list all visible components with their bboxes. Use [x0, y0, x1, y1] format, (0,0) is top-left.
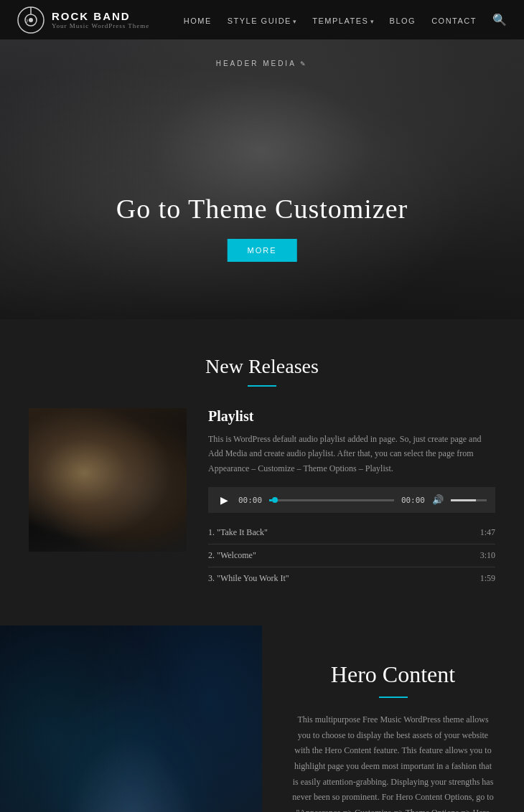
- new-releases-title: New Releases: [29, 355, 495, 378]
- releases-content: Playlist This is WordPress default audio…: [29, 408, 495, 590]
- hero-content-image: [0, 625, 262, 812]
- svg-text:♪: ♪: [25, 16, 29, 24]
- volume-icon[interactable]: 🔊: [432, 494, 444, 506]
- playlist-area: Playlist This is WordPress default audio…: [208, 408, 495, 590]
- hero-content-block: Go to Theme Customizer MORE: [116, 193, 408, 262]
- track-3[interactable]: 3. "While You Work It" 1:59: [208, 567, 495, 590]
- nav-item-blog[interactable]: BLOG: [390, 14, 416, 27]
- face-silhouette-image: [29, 408, 187, 552]
- brand-logo-area[interactable]: ♪ ROCK BAND Your Music WordPress Theme: [17, 6, 149, 34]
- hero-section: HEADER MEDIA Go to Theme Customizer MORE: [0, 39, 524, 319]
- playlist-description: This is WordPress default audio playlist…: [208, 432, 495, 476]
- play-button[interactable]: ▶: [217, 493, 231, 507]
- track-1-duration: 1:47: [480, 527, 495, 538]
- svg-point-2: [29, 18, 33, 22]
- navbar: ♪ ROCK BAND Your Music WordPress Theme H…: [0, 0, 524, 39]
- new-releases-section: New Releases Playlist This is WordPress …: [0, 319, 524, 625]
- progress-bar[interactable]: [269, 499, 394, 501]
- hero-content-text-area: Hero Content This multipurpose Free Musi…: [262, 625, 524, 812]
- playlist-title: Playlist: [208, 408, 495, 425]
- hero-overlay: [0, 39, 524, 319]
- nav-item-style-guide[interactable]: STYLE GUIDE: [228, 14, 297, 27]
- track-1[interactable]: 1. "Take It Back" 1:47: [208, 521, 495, 544]
- nav-links: HOME STYLE GUIDE TEMPLATES BLOG CONTACT …: [184, 13, 507, 27]
- brand-tagline: Your Music WordPress Theme: [52, 22, 149, 29]
- hero-content-divider: [379, 697, 408, 698]
- search-icon[interactable]: 🔍: [492, 14, 507, 26]
- hero-title: Go to Theme Customizer: [116, 193, 408, 225]
- track-1-name: 1. "Take It Back": [208, 527, 268, 538]
- audio-player: ▶ 00:00 00:00 🔊: [208, 487, 495, 513]
- time-start: 00:00: [238, 496, 262, 505]
- playlist-tracks: 1. "Take It Back" 1:47 2. "Welcome" 3:10…: [208, 521, 495, 590]
- hero-content-desc1: This multipurpose Free Music WordPress t…: [291, 712, 495, 812]
- nav-item-home[interactable]: HOME: [184, 14, 212, 27]
- brand-text: ROCK BAND Your Music WordPress Theme: [52, 10, 149, 29]
- new-releases-divider: [248, 385, 276, 387]
- volume-bar[interactable]: [451, 499, 487, 501]
- hero-content-title: Hero Content: [331, 661, 455, 688]
- hero-more-button[interactable]: MORE: [227, 239, 296, 262]
- brand-name: ROCK BAND: [52, 10, 149, 22]
- nav-item-contact[interactable]: CONTACT: [431, 14, 477, 27]
- nav-item-templates[interactable]: TEMPLATES: [312, 14, 373, 27]
- brand-logo-icon: ♪: [17, 6, 45, 34]
- volume-fill: [451, 499, 476, 501]
- progress-dot: [272, 497, 278, 503]
- releases-image: [29, 408, 187, 552]
- track-3-name: 3. "While You Work It": [208, 573, 289, 584]
- hero-content-section: Hero Content This multipurpose Free Musi…: [0, 625, 524, 812]
- camera-figure-image: [0, 625, 262, 812]
- hero-media-tag: HEADER MEDIA: [216, 60, 309, 67]
- time-end: 00:00: [401, 496, 425, 505]
- track-2[interactable]: 2. "Welcome" 3:10: [208, 544, 495, 567]
- track-3-duration: 1:59: [480, 573, 495, 584]
- nav-search[interactable]: 🔍: [492, 13, 507, 27]
- track-2-duration: 3:10: [480, 550, 495, 561]
- track-2-name: 2. "Welcome": [208, 550, 256, 561]
